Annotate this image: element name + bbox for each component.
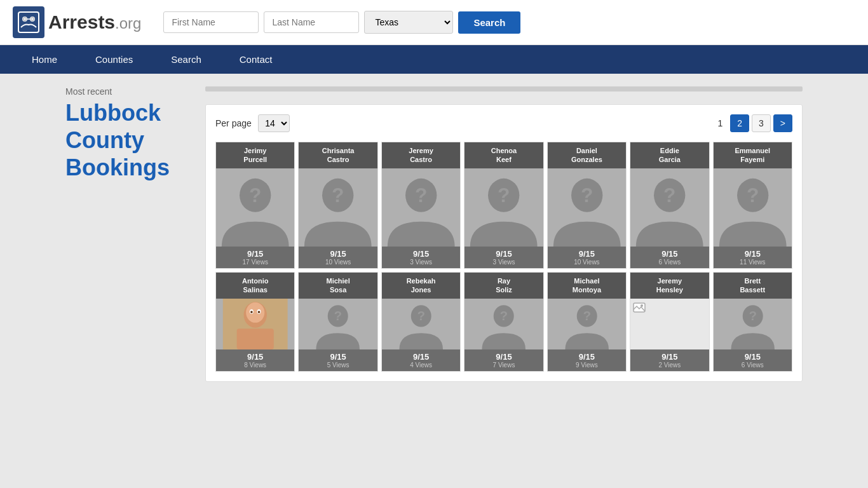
nav-contact[interactable]: Contact xyxy=(220,45,292,74)
booking-card[interactable]: JeremyCastro ? 9/15 3 Views xyxy=(381,142,461,269)
card-footer: 9/15 3 Views xyxy=(382,247,460,268)
scroll-bar[interactable] xyxy=(205,86,803,92)
svg-point-48 xyxy=(641,304,643,307)
right-area: Per page 14 25 50 1 2 3 > xyxy=(205,86,803,382)
card-views: 8 Views xyxy=(217,362,293,369)
card-views: 5 Views xyxy=(300,362,376,369)
svg-rect-29 xyxy=(237,329,274,349)
booking-card[interactable]: JeremyHensley 9/15 2 Views xyxy=(630,272,709,372)
booking-card[interactable]: RaySoliz ? 9/15 7 Views xyxy=(464,272,543,372)
per-page-control: Per page 14 25 50 xyxy=(215,114,290,132)
card-views: 3 Views xyxy=(466,259,541,266)
nav-counties[interactable]: Counties xyxy=(76,45,152,74)
card-date: 9/15 xyxy=(466,352,541,362)
svg-text:?: ? xyxy=(581,183,593,206)
card-date: 9/15 xyxy=(632,249,707,259)
card-date: 9/15 xyxy=(715,249,790,259)
booking-card[interactable]: BrettBassett ? 9/15 6 Views xyxy=(713,272,792,372)
booking-card[interactable]: DanielGonzales ? 9/15 10 Views xyxy=(547,142,627,269)
booking-card[interactable]: RebekahJones ? 9/15 4 Views xyxy=(381,272,461,372)
card-footer: 9/15 9 Views xyxy=(548,349,626,371)
page-num-1: 1 xyxy=(712,115,728,132)
card-views: 11 Views xyxy=(715,259,790,266)
card-footer: 9/15 6 Views xyxy=(630,247,709,268)
card-date: 9/15 xyxy=(383,352,459,362)
card-views: 6 Views xyxy=(715,362,790,369)
svg-text:?: ? xyxy=(249,183,261,206)
nav-home[interactable]: Home xyxy=(13,45,76,74)
card-photo: ? xyxy=(548,299,626,349)
svg-text:?: ? xyxy=(663,183,675,206)
svg-text:?: ? xyxy=(500,308,508,323)
svg-point-33 xyxy=(250,311,253,313)
logo-icon xyxy=(13,6,44,38)
booking-card[interactable]: ChenoaKeef ? 9/15 3 Views xyxy=(464,142,543,269)
svg-text:?: ? xyxy=(747,183,759,206)
svg-text:?: ? xyxy=(334,308,342,323)
search-button[interactable]: Search xyxy=(458,11,520,34)
svg-text:?: ? xyxy=(417,308,425,323)
card-date: 9/15 xyxy=(217,249,293,259)
card-date: 9/15 xyxy=(549,249,625,259)
booking-card[interactable]: MichielSosa ? 9/15 5 Views xyxy=(298,272,377,372)
card-photo: ? xyxy=(630,168,709,247)
booking-card[interactable]: AntonioSalinas xyxy=(215,272,295,372)
card-views: 3 Views xyxy=(383,259,459,266)
cards-grid-row2: AntonioSalinas xyxy=(215,272,792,372)
svg-rect-0 xyxy=(18,12,39,32)
header-search-form: Texas AlabamaAlaskaArizonaArkansas Calif… xyxy=(163,11,520,34)
card-footer: 9/15 4 Views xyxy=(382,349,460,371)
svg-text:?: ? xyxy=(749,308,757,323)
card-name: EmmanuelFayemi xyxy=(714,142,792,168)
grid-section: Per page 14 25 50 1 2 3 > xyxy=(205,104,803,382)
state-select[interactable]: Texas AlabamaAlaskaArizonaArkansas Calif… xyxy=(364,11,453,34)
booking-card[interactable]: JerimyPurcell ? 9/15 17 Views xyxy=(215,142,295,269)
next-page-button[interactable]: > xyxy=(773,114,792,132)
pagination: 1 2 3 > xyxy=(712,114,792,132)
booking-card[interactable]: EddieGarcia ? 9/15 6 Views xyxy=(630,142,709,269)
card-views: 9 Views xyxy=(549,362,625,369)
last-name-input[interactable] xyxy=(264,11,359,33)
booking-card[interactable]: EmmanuelFayemi ? 9/15 11 Views xyxy=(713,142,792,269)
card-photo xyxy=(216,299,294,349)
card-date: 9/15 xyxy=(632,352,707,362)
card-name: RebekahJones xyxy=(382,273,460,299)
card-name: EddieGarcia xyxy=(630,142,709,168)
grid-controls: Per page 14 25 50 1 2 3 > xyxy=(215,114,792,132)
svg-text:?: ? xyxy=(415,183,427,206)
card-footer: 9/15 10 Views xyxy=(299,247,377,268)
card-date: 9/15 xyxy=(549,352,625,362)
card-date: 9/15 xyxy=(715,352,790,362)
card-name: MichielSosa xyxy=(299,273,377,299)
svg-point-30 xyxy=(246,302,264,322)
card-photo: ? xyxy=(382,168,460,247)
card-footer: 9/15 7 Views xyxy=(465,349,543,371)
card-photo: ? xyxy=(299,168,377,247)
card-footer: 9/15 3 Views xyxy=(465,247,543,268)
logo-link[interactable]: Arrests.org xyxy=(13,6,141,38)
page-3-link[interactable]: 3 xyxy=(752,114,771,132)
card-name: BrettBassett xyxy=(714,273,792,299)
booking-card[interactable]: MichaelMontoya ? 9/15 9 Views xyxy=(547,272,627,372)
card-footer: 9/15 2 Views xyxy=(630,349,709,371)
page-2-link[interactable]: 2 xyxy=(730,114,749,132)
nav-bar: Home Counties Search Contact xyxy=(0,45,868,74)
card-name: MichaelMontoya xyxy=(548,273,626,299)
booking-card[interactable]: ChrisantaCastro ? 9/15 10 Views xyxy=(298,142,377,269)
header: Arrests.org Texas AlabamaAlaskaArizonaAr… xyxy=(0,0,868,45)
card-footer: 9/15 8 Views xyxy=(216,349,294,371)
card-photo: ? xyxy=(714,168,792,247)
card-name: ChrisantaCastro xyxy=(299,142,377,168)
card-views: 4 Views xyxy=(383,362,459,369)
card-views: 7 Views xyxy=(466,362,541,369)
nav-search[interactable]: Search xyxy=(152,45,220,74)
svg-text:?: ? xyxy=(498,183,510,206)
per-page-select[interactable]: 14 25 50 xyxy=(258,114,290,132)
card-views: 10 Views xyxy=(300,259,376,266)
card-photo: ? xyxy=(548,168,626,247)
first-name-input[interactable] xyxy=(163,11,259,33)
card-date: 9/15 xyxy=(466,249,541,259)
card-name: DanielGonzales xyxy=(548,142,626,168)
svg-point-34 xyxy=(258,311,261,313)
card-photo: ? xyxy=(299,299,377,349)
